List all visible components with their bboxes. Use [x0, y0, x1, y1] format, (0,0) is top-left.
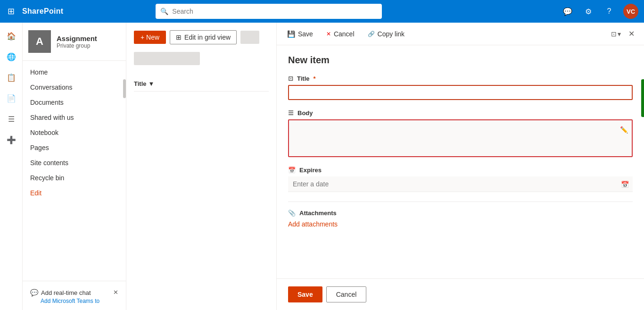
toolbar-placeholder	[240, 31, 259, 44]
sidebar-footer: ✕ 💬 Add real-time chat Add Microsoft Tea…	[23, 281, 126, 310]
column-header-title[interactable]: Title ▼	[134, 76, 269, 92]
search-icon: 🔍	[160, 8, 168, 15]
site-info: Assignment Private group	[57, 34, 120, 49]
save-icon: 💾	[287, 30, 295, 38]
link-icon: 🔗	[368, 31, 375, 37]
body-edit-icon[interactable]: ✏️	[620, 126, 628, 134]
site-avatar: A	[28, 30, 51, 53]
panel-view-button[interactable]: ⊡ ▾	[609, 28, 623, 40]
main-toolbar: + New ⊞ Edit in grid view	[134, 30, 269, 44]
sidebar-item-shared-with-us[interactable]: Shared with us	[23, 110, 126, 125]
chevron-down-icon: ▾	[618, 30, 621, 38]
title-field-icon: ⊡	[288, 75, 293, 82]
sidebar-footer-close-icon[interactable]: ✕	[113, 289, 118, 296]
expires-field-icon: 📅	[288, 167, 296, 174]
title-field-group: ⊡ Title *	[288, 75, 633, 100]
date-input-wrapper: 📅	[288, 176, 633, 192]
main-layout: 🏠 🌐 📋 📄 ☰ ➕ A Assignment Private group H…	[0, 23, 644, 310]
content-placeholder	[134, 52, 200, 65]
grid-icon: ⊞	[176, 34, 182, 41]
sidebar-scrollbar[interactable]	[123, 79, 126, 98]
divider	[288, 201, 633, 202]
body-field-icon: ☰	[288, 109, 294, 117]
attachments-section: 📎 Attachments Add attachments	[288, 209, 633, 228]
app-logo: SharePoint	[22, 7, 63, 16]
content-area: + New ⊞ Edit in grid view Title ▼ 💾 Save	[126, 23, 644, 310]
topbar: ⊞ SharePoint 🔍 💬 ⚙ ? VC	[0, 0, 644, 23]
main-content: + New ⊞ Edit in grid view Title ▼	[126, 23, 276, 310]
feedback-icon[interactable]: 💬	[561, 5, 574, 18]
date-input[interactable]	[288, 176, 633, 192]
panel-toolbar: 💾 Save ✕ Cancel 🔗 Copy link ⊡ ▾ ✕	[277, 23, 644, 45]
required-marker: *	[314, 75, 316, 82]
add-attachments-link[interactable]: Add attachments	[288, 220, 338, 228]
rail-list-icon[interactable]: ☰	[2, 109, 21, 128]
panel-footer: Save Cancel	[277, 278, 644, 310]
search-input[interactable]	[172, 8, 377, 15]
view-icon: ⊡	[611, 30, 617, 38]
teams-icon: 💬	[30, 289, 38, 296]
sidebar-item-home[interactable]: Home	[23, 65, 126, 80]
attachments-label: 📎 Attachments	[288, 209, 633, 217]
attachment-icon: 📎	[288, 209, 296, 217]
add-chat-label: Add real-time chat	[41, 289, 91, 296]
panel-save-button[interactable]: 💾 Save	[284, 28, 316, 40]
site-name: Assignment	[57, 34, 120, 42]
calendar-icon[interactable]: 📅	[621, 181, 629, 188]
settings-icon[interactable]: ⚙	[582, 5, 595, 18]
footer-save-button[interactable]: Save	[288, 286, 322, 302]
rail-home-icon[interactable]: 🏠	[2, 26, 21, 45]
title-input[interactable]	[288, 85, 633, 100]
sidebar-item-notebook[interactable]: Notebook	[23, 125, 126, 140]
panel-content: New item ⊡ Title * ☰ Body	[277, 45, 644, 278]
teams-link[interactable]: Add Microsoft Teams to	[41, 298, 99, 304]
topbar-actions: 💬 ⚙ ? VC	[561, 4, 638, 19]
sidebar-item-documents[interactable]: Documents	[23, 95, 126, 110]
avatar[interactable]: VC	[623, 4, 638, 19]
footer-cancel-button[interactable]: Cancel	[326, 286, 367, 302]
body-editor[interactable]: ✏️	[288, 119, 633, 157]
sidebar-nav: Home Conversations Documents Shared with…	[23, 61, 126, 281]
rail-globe-icon[interactable]: 🌐	[2, 47, 21, 66]
panel-copy-link-button[interactable]: 🔗 Copy link	[365, 28, 408, 40]
edit-grid-button[interactable]: ⊞ Edit in grid view	[170, 30, 237, 44]
sidebar-item-pages[interactable]: Pages	[23, 140, 126, 155]
title-label: ⊡ Title *	[288, 75, 633, 82]
expires-field-group: 📅 Expires 📅	[288, 167, 633, 192]
site-type: Private group	[57, 42, 120, 49]
rail-add-icon[interactable]: ➕	[2, 130, 21, 149]
site-header: A Assignment Private group	[23, 23, 126, 61]
search-bar[interactable]: 🔍	[156, 4, 382, 19]
rail-doc-icon[interactable]: 📄	[2, 89, 21, 108]
new-button[interactable]: + New	[134, 31, 166, 44]
body-field-group: ☰ Body ✏️	[288, 109, 633, 157]
sidebar-item-conversations[interactable]: Conversations	[23, 80, 126, 95]
help-icon[interactable]: ?	[603, 5, 616, 18]
cancel-icon: ✕	[326, 31, 331, 37]
new-item-panel: 💾 Save ✕ Cancel 🔗 Copy link ⊡ ▾ ✕	[276, 23, 644, 310]
rail-apps-icon[interactable]: 📋	[2, 68, 21, 87]
waffle-icon[interactable]: ⊞	[6, 4, 17, 18]
panel-close-button[interactable]: ✕	[627, 27, 636, 40]
sidebar: A Assignment Private group Home Conversa…	[23, 23, 126, 310]
green-accent-bar	[641, 79, 644, 117]
expires-label: 📅 Expires	[288, 167, 633, 174]
panel-cancel-button[interactable]: ✕ Cancel	[323, 28, 357, 40]
body-label: ☰ Body	[288, 109, 633, 117]
icon-rail: 🏠 🌐 📋 📄 ☰ ➕	[0, 23, 23, 310]
sidebar-item-recycle-bin[interactable]: Recycle bin	[23, 170, 126, 185]
panel-toolbar-right: ⊡ ▾ ✕	[609, 27, 636, 40]
sort-icon: ▼	[149, 80, 155, 87]
sidebar-item-edit[interactable]: Edit	[23, 185, 126, 201]
sidebar-item-site-contents[interactable]: Site contents	[23, 155, 126, 170]
panel-title: New item	[288, 55, 633, 66]
add-teams-section: 💬 Add real-time chat	[30, 289, 113, 296]
